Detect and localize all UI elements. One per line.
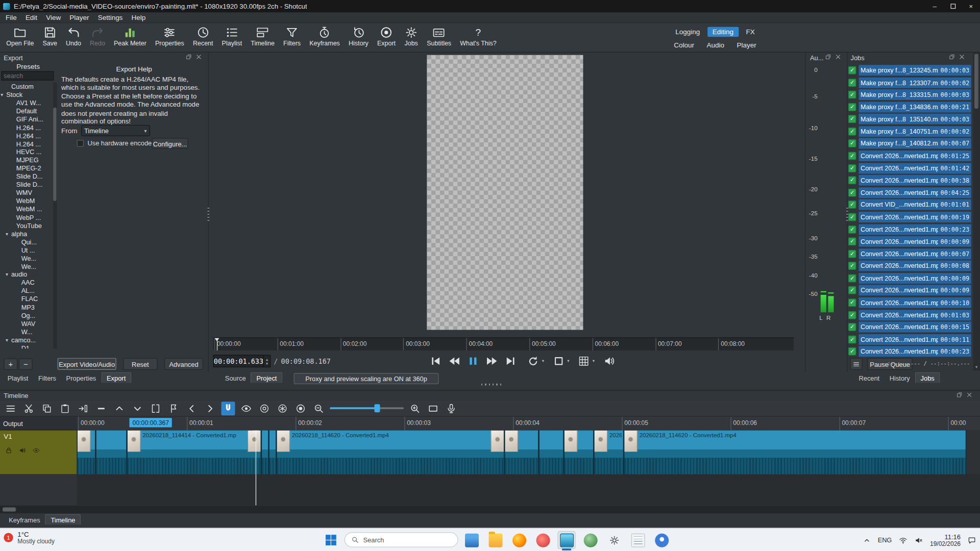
timeline-clip[interactable]: 20260218_114620 - Converted1.mp4 (624, 431, 966, 474)
layout-editing-button[interactable]: Editing (707, 27, 739, 37)
minimize-icon[interactable]: – (925, 0, 944, 12)
save-button[interactable]: Save (39, 25, 61, 47)
configure-button[interactable]: Configure... (152, 138, 188, 149)
lock-icon[interactable] (5, 447, 13, 455)
ripple-markers-button[interactable] (294, 402, 308, 415)
zoom-toggle-icon[interactable] (550, 355, 567, 367)
taskbar-search[interactable]: Search (345, 532, 458, 547)
menu-player[interactable]: Player (65, 14, 93, 21)
start-button[interactable] (326, 535, 336, 545)
scrub-while-dragging-button[interactable] (239, 402, 253, 415)
preset-item-slide-d[interactable]: Slide D... (0, 172, 53, 181)
preset-item-wmv[interactable]: WMV (0, 189, 53, 197)
hardware-encoder-checkbox[interactable] (77, 140, 84, 146)
job-row[interactable]: ✓ Convert 2026...nverted1.mp400:00:09 (848, 272, 971, 284)
job-row[interactable]: ✓ Convert 2026...nverted1.mp400:00:09 (848, 285, 971, 296)
job-row[interactable]: ✓ Convert 2026...nverted1.mp400:04:25 (848, 187, 971, 198)
reset-button[interactable]: Reset (123, 358, 157, 370)
snap-button[interactable] (221, 402, 235, 415)
preset-item-we[interactable]: We... (0, 254, 53, 262)
preset-item-we[interactable]: We... (0, 262, 53, 270)
preset-add-button[interactable]: + (4, 359, 17, 370)
job-row[interactable]: ✓ Make proxy f...8_140751.mp400:00:02 (848, 126, 971, 137)
properties-button[interactable]: Properties (152, 25, 188, 47)
preset-item-mp3[interactable]: MP3 (0, 304, 53, 312)
grid-icon[interactable] (576, 355, 592, 367)
close-panel-icon[interactable] (195, 54, 202, 60)
video-track-header[interactable]: V1 (0, 431, 77, 474)
paste-button[interactable] (58, 402, 72, 415)
layout-logging-button[interactable]: Logging (671, 27, 705, 37)
float-panel-icon[interactable] (186, 54, 192, 60)
video-preview[interactable] (427, 55, 583, 330)
panel-resize-handle[interactable] (481, 384, 504, 386)
jobs-button[interactable]: Jobs (401, 25, 422, 47)
presets-scrollbar[interactable] (53, 83, 57, 349)
float-panel-icon[interactable] (825, 54, 831, 60)
preset-item-audio[interactable]: ▾audio (0, 270, 53, 279)
job-row[interactable]: ✓ Convert 2026...nverted1.mp400:00:11 (848, 334, 971, 345)
zoom-fit-button[interactable] (426, 402, 440, 415)
job-row[interactable]: ✓ Convert 2026...nverted1.mp400:00:07 (848, 248, 971, 260)
filters-button[interactable]: Filters (280, 25, 305, 47)
jobs-menu-button[interactable] (850, 358, 862, 370)
preset-item-av1-w[interactable]: AV1 W... (0, 99, 53, 107)
close-panel-icon[interactable] (959, 54, 965, 60)
scrollbar-thumb[interactable] (974, 54, 979, 109)
timeline-playhead[interactable] (256, 431, 256, 506)
preset-search-input[interactable] (1, 71, 54, 81)
left-tab-playlist[interactable]: Playlist (3, 372, 33, 383)
job-row[interactable]: ✓ Make proxy f...8_140812.mp400:00:07 (848, 138, 971, 149)
taskbar-app-file-explorer[interactable] (462, 531, 481, 549)
layout-fx-button[interactable]: FX (741, 27, 760, 37)
preset-item-alpha[interactable]: ▾alpha (0, 230, 53, 238)
job-row[interactable]: ✓ Convert 2026...nverted1.mp400:01:25 (848, 150, 971, 162)
splitter-handle[interactable] (208, 208, 210, 222)
subtitles-button[interactable]: Subtitles (423, 25, 455, 47)
preset-item-flac[interactable]: FLAC (0, 295, 53, 303)
bottom-tab-keyframes[interactable]: Keyframes (4, 514, 45, 525)
job-row[interactable]: ✓ Convert 2026...nverted1.mp400:00:23 (848, 223, 971, 235)
taskbar-app-shotcut[interactable] (557, 531, 576, 549)
player-tab-project[interactable]: Project (251, 372, 282, 383)
next-marker-button[interactable] (203, 402, 217, 415)
layout-player-button[interactable]: Player (732, 40, 762, 50)
timeline-clip[interactable]: 20260218_114620 - Converted1.mp4 (276, 431, 504, 474)
left-tab-properties[interactable]: Properties (61, 372, 101, 383)
right-tab-jobs[interactable]: Jobs (915, 372, 940, 383)
taskbar-app-settings[interactable] (605, 531, 623, 549)
preset-item-og[interactable]: Og... (0, 312, 53, 320)
marker-button[interactable] (167, 402, 181, 415)
timeline-clip[interactable] (539, 431, 564, 474)
job-row[interactable]: ✓ Make proxy f...8_123245.mp400:00:03 (848, 64, 971, 76)
job-row[interactable]: ✓ Convert 2026...nverted1.mp400:00:19 (848, 211, 971, 223)
ripple-button[interactable] (257, 402, 271, 415)
speaker-icon[interactable] (19, 447, 27, 455)
skip-to-start-icon[interactable] (428, 355, 444, 367)
undo-button[interactable]: Undo (62, 25, 85, 47)
output-track-header[interactable]: Output (0, 417, 77, 431)
close-icon[interactable]: × (962, 0, 980, 12)
job-row[interactable]: ✓ Make proxy f...8_135140.mp400:00:03 (848, 113, 971, 125)
tray-chevron-up-icon[interactable] (864, 536, 871, 544)
menu-view[interactable]: View (42, 14, 65, 21)
preset-item-mpeg-2[interactable]: MPEG-2 (0, 164, 53, 172)
wifi-icon[interactable] (899, 536, 908, 544)
preset-item-ut[interactable]: Ut ... (0, 246, 53, 254)
job-row[interactable]: ✓ Convert 2026...nverted1.mp400:00:09 (848, 236, 971, 247)
timeline-clip[interactable] (261, 431, 269, 474)
playlist-button[interactable]: Playlist (218, 25, 246, 47)
taskbar-clock[interactable]: 11:16 19/02/2026 (930, 533, 961, 547)
job-row[interactable]: ✓ Convert 2026...nverted1.mp400:00:15 (848, 321, 971, 333)
history-button[interactable]: History (345, 25, 373, 47)
taskbar-weather[interactable]: 1 1°C Mostly cloudy (4, 531, 55, 545)
player-time-ruler[interactable]: 00:00:0000:01:0000:02:0000:03:0000:04:00… (213, 337, 794, 350)
maximize-icon[interactable] (944, 0, 962, 12)
pause-icon[interactable] (465, 355, 481, 367)
preset-item-wav[interactable]: WAV (0, 320, 53, 328)
timeline-menu-button[interactable] (4, 402, 17, 415)
preset-item-webp[interactable]: WebP ... (0, 213, 53, 221)
timeline-ruler[interactable]: 00:00:0000:00:0100:00:0200:00:0300:00:04… (77, 417, 980, 431)
job-row[interactable]: ✓ Convert 2026...nverted1.mp400:00:08 (848, 260, 971, 272)
timecode-spinner[interactable]: ▲▼ (263, 356, 270, 367)
